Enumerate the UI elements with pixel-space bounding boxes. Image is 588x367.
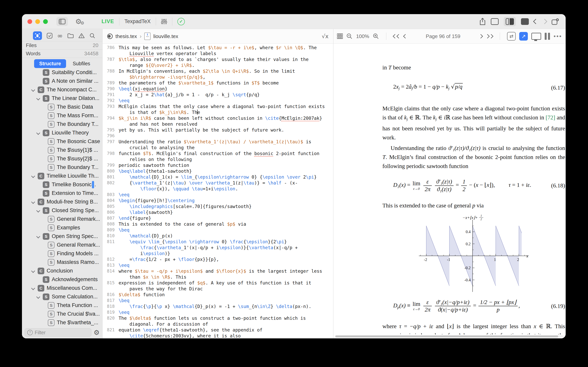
tree-item[interactable]: CThe Noncompact C... — [22, 85, 102, 94]
tree-item[interactable]: CModuli-free String B... — [22, 198, 102, 206]
tab-subfiles[interactable]: Subfiles — [73, 61, 90, 67]
code-line[interactable]: 811 \equiv \lim_{\epsilon \rightarrow 0}… — [102, 239, 333, 256]
horizontal-scrollbar[interactable] — [335, 335, 564, 338]
first-page-button[interactable] — [393, 35, 400, 38]
code-line[interactable]: 818 \frac{\p}{\p x} \mathcal{D}_p(x) = -… — [102, 303, 333, 309]
share-icon[interactable] — [480, 18, 486, 25]
infinity-icon[interactable]: ∞ — [57, 32, 63, 40]
previous-page-button[interactable] — [404, 35, 407, 38]
structure-view-icon[interactable] — [33, 31, 42, 40]
layout-split-button[interactable] — [504, 17, 516, 26]
next-page-button[interactable] — [479, 35, 482, 38]
tree-item[interactable]: CMiscellaneous Com... — [22, 284, 102, 292]
root-doc-icon[interactable] — [107, 33, 113, 39]
disclosure-chevron-icon[interactable] — [36, 96, 40, 100]
external-display-icon[interactable] — [531, 33, 541, 40]
code-line[interactable]: 796 — [102, 133, 333, 139]
disclosure-chevron-icon[interactable] — [31, 88, 35, 92]
more-options-icon[interactable]: ••• — [554, 33, 562, 40]
page-indicator[interactable]: Page 96 of 159 — [407, 33, 480, 39]
tree-item[interactable]: SThe Mass Form... — [22, 111, 102, 120]
zoom-level[interactable]: 100% — [356, 33, 369, 39]
code-line[interactable]: 809\beq — [102, 227, 333, 233]
tree-item[interactable]: STheta Function ... — [22, 301, 102, 310]
code-line[interactable]: 804\begin{figure}[h!]\centering — [102, 198, 333, 203]
tree-item[interactable]: SThe Boundary T... — [22, 120, 102, 129]
folder-icon[interactable] — [67, 33, 74, 38]
code-line[interactable]: 797Understanding the ratio $\vartheta_1'… — [102, 139, 333, 150]
tree-item[interactable]: SExamples — [22, 224, 102, 232]
math-preview-button[interactable]: √x — [322, 33, 329, 40]
code-line[interactable]: 793McElgin claims that the only case whe… — [102, 103, 333, 115]
disclosure-chevron-icon[interactable] — [36, 209, 40, 213]
tree-item[interactable]: SOpen String Spec... — [22, 232, 102, 241]
tree-item[interactable]: CConclusion — [22, 267, 102, 275]
disclosure-chevron-icon[interactable] — [31, 174, 35, 178]
filter-input[interactable]: ? Filter — [25, 328, 91, 337]
new-window-icon[interactable] — [552, 18, 559, 25]
sync-scroll-icon[interactable]: ⇄ — [507, 32, 516, 41]
zoom-in-icon[interactable] — [373, 33, 379, 39]
code-line[interactable]: 807\end{figure} — [102, 215, 333, 221]
zoom-out-icon[interactable] — [346, 33, 353, 39]
code-line[interactable]: 814where $\tau = -q/p + i\epsilon$ and $… — [102, 268, 333, 280]
live-typeset-indicator[interactable]: LIVE — [101, 18, 114, 25]
code-line[interactable]: 820The $\delta$ function lets us constru… — [102, 315, 333, 327]
code-line[interactable]: 791 2 x_j = 2\hat{a}_j/b = 1 - q/p - k_j… — [102, 92, 333, 98]
code-editor[interactable]: 786This may be seen as follows. Let $\ta… — [102, 44, 333, 338]
forward-button[interactable] — [542, 19, 547, 24]
code-line[interactable]: 794$k_j\in i\R$ case has been left witho… — [102, 115, 333, 127]
warning-icon[interactable] — [78, 33, 85, 38]
jump-to-source-button[interactable]: ↗ — [519, 32, 528, 41]
tree-item[interactable]: SThe $\susy{2}$ ... — [22, 154, 102, 163]
tree-item[interactable]: SThe Bosonic Case — [22, 137, 102, 146]
code-line[interactable]: 787$\tla$, also referred to as `charges'… — [102, 57, 333, 68]
code-line[interactable]: 788In McElgin's conventions, each $2\tla… — [102, 68, 333, 80]
tree-item[interactable]: SGeneral Remark... — [22, 215, 102, 224]
tree-item[interactable]: CTimelike Liouville Th... — [22, 172, 102, 180]
disclosure-chevron-icon[interactable] — [36, 234, 40, 238]
breadcrumb-root[interactable]: thesis.tex — [116, 33, 137, 39]
typeset-options-icon[interactable] — [161, 18, 167, 25]
tree-item[interactable]: SExtension to Time... — [22, 189, 102, 198]
engine-label[interactable]: TexpadTeX — [124, 18, 151, 25]
tree-item[interactable]: SSome Calculation... — [22, 292, 102, 301]
typeset-success-icon[interactable]: ✓ — [177, 18, 185, 25]
code-line[interactable]: 798function $T$. McElgin's final constru… — [102, 150, 333, 162]
thumbnails-icon[interactable] — [337, 33, 343, 39]
code-line[interactable]: 816$\delta$ function — [102, 292, 333, 298]
disclosure-chevron-icon[interactable] — [31, 269, 35, 273]
code-line[interactable]: 802 {\vartheta_1'(z|\tau) \over \varthet… — [102, 180, 333, 192]
tree-item[interactable]: SLiouville Theory — [22, 129, 102, 137]
back-button[interactable] — [533, 19, 538, 24]
todo-icon[interactable] — [47, 33, 52, 39]
code-line[interactable]: 805 \includegraphics[scale=.70]{figures/… — [102, 203, 333, 209]
pause-typeset-icon[interactable] — [545, 33, 550, 40]
code-line[interactable]: 806 \label{sawtooth} — [102, 209, 333, 215]
tree-item[interactable]: SA Note on Similar ... — [22, 77, 102, 85]
typeset-settings-icon[interactable]: ⚙⚙ — [75, 17, 84, 25]
tree-item[interactable]: SGeneral Remark... — [22, 241, 102, 249]
zoom-button[interactable] — [43, 19, 48, 24]
code-line[interactable]: 792\eeq — [102, 98, 333, 103]
code-line[interactable]: 790\beql{xj-equation} — [102, 86, 333, 92]
code-line[interactable]: 808This is extended to the case of gener… — [102, 221, 333, 227]
tree-item[interactable]: SThe $\vartheta_... — [22, 318, 102, 327]
tree-item[interactable]: SThe Linear Dilaton... — [22, 94, 102, 103]
code-line[interactable]: 819\eeq — [102, 309, 333, 315]
tree-item[interactable]: SThe Basic Data — [22, 103, 102, 111]
layout-editor-only-button[interactable] — [491, 18, 499, 25]
code-line[interactable]: 810 \mathcal{D}_p(x) — [102, 233, 333, 239]
search-icon[interactable] — [89, 33, 95, 39]
code-line[interactable]: 817\beq — [102, 298, 333, 303]
code-line[interactable]: 821equation \eqref{theta1-sawtooth}, see… — [102, 327, 333, 338]
disclosure-chevron-icon[interactable] — [36, 131, 40, 135]
disclosure-chevron-icon[interactable] — [36, 295, 40, 299]
tree-item[interactable]: SFinding Models ... — [22, 249, 102, 258]
tree-item[interactable]: SThe Crucial $\va... — [22, 310, 102, 318]
close-button[interactable] — [27, 19, 32, 24]
code-line[interactable]: 815expression is independent of $q$. A k… — [102, 280, 333, 292]
filter-settings-icon[interactable]: ⚙ — [94, 329, 99, 336]
breadcrumb-file[interactable]: liouville.tex — [153, 33, 178, 39]
tab-structure[interactable]: Structure — [34, 59, 66, 68]
